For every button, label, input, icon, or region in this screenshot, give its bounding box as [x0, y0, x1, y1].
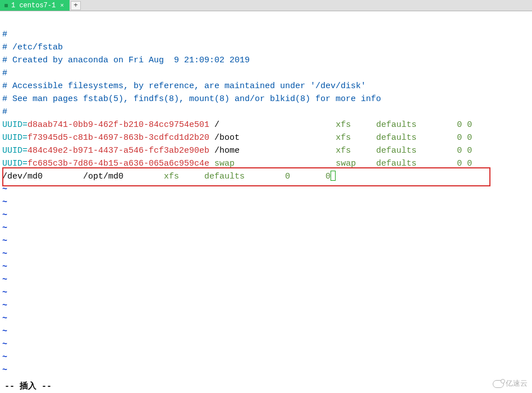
vim-tilde: ~	[0, 196, 532, 209]
swap-label: swap	[214, 159, 235, 168]
dump-pass: 0 0	[457, 159, 472, 168]
mount-options: defaults	[376, 120, 457, 130]
comment-line: #	[0, 106, 532, 118]
terminal[interactable]: # # /etc/fstab # Created by anaconda on …	[0, 11, 532, 393]
mount-point	[209, 159, 214, 168]
uuid-value: f73945d5-c81b-4697-863b-3cdfcd1d2b20	[27, 133, 209, 143]
pass-num: 0	[325, 172, 331, 181]
mount-point: /home	[209, 146, 336, 156]
mount-point: /boot	[209, 133, 336, 143]
vim-tilde: ~	[0, 273, 532, 286]
mount-point: /	[209, 120, 336, 130]
mount-options: defaults	[204, 172, 285, 181]
vim-tilde: ~	[0, 248, 532, 261]
mount-options: defaults	[376, 146, 457, 156]
add-tab-button[interactable]: +	[71, 1, 81, 10]
uuid-value: d8aab741-0bb9-462f-b210-84cc9754e501	[27, 120, 209, 130]
watermark-text: 亿速云	[506, 377, 528, 390]
vim-tilde: ~	[0, 209, 532, 222]
uuid-key: UUID=	[2, 133, 27, 143]
vim-tilde: ~	[0, 183, 532, 196]
vim-mode-status: -- 插入 --	[2, 380, 52, 393]
vim-tilde: ~	[0, 351, 532, 364]
comment-line: #	[0, 28, 532, 41]
fs-type: xfs	[336, 133, 376, 143]
dump-num: 0	[285, 172, 325, 181]
uuid-key: UUID=	[2, 120, 27, 130]
vim-tilde: ~	[0, 299, 532, 312]
fstab-new-entry: /dev/md0 /opt/md0 xfs defaults 0 0	[0, 170, 532, 183]
tab-indicator-icon	[4, 4, 8, 7]
comment-line: # /etc/fstab	[0, 41, 532, 54]
tab-title: 1 centos7-1	[11, 2, 56, 10]
fs-type: swap	[336, 159, 376, 168]
uuid-value: fc685c3b-7d86-4b15-a636-065a6c959c4e	[27, 159, 209, 168]
fstab-entry: UUID=f73945d5-c81b-4697-863b-3cdfcd1d2b2…	[0, 131, 532, 144]
dump-pass: 0 0	[457, 133, 472, 143]
cursor-icon	[331, 171, 336, 181]
uuid-value: 484c49e2-b971-4437-a546-fcf3ab2e90eb	[27, 146, 209, 156]
fstab-entry: UUID=484c49e2-b971-4437-a546-fcf3ab2e90e…	[0, 144, 532, 157]
device-path: /dev/md0 /opt/md0	[2, 172, 164, 181]
fstab-entry: UUID=fc685c3b-7d86-4b15-a636-065a6c959c4…	[0, 157, 532, 170]
vim-tilde: ~	[0, 235, 532, 248]
comment-line: # See man pages fstab(5), findfs(8), mou…	[0, 93, 532, 106]
uuid-key: UUID=	[2, 146, 27, 156]
vim-tilde: ~	[0, 338, 532, 351]
watermark-icon	[493, 380, 504, 388]
close-icon[interactable]: ×	[59, 2, 65, 9]
comment-line: # Created by anaconda on Fri Aug 9 21:09…	[0, 54, 532, 67]
fs-type: xfs	[336, 146, 376, 156]
dump-pass: 0 0	[457, 120, 472, 130]
fstab-entry: UUID=d8aab741-0bb9-462f-b210-84cc9754e50…	[0, 118, 532, 131]
fs-type: xfs	[336, 120, 376, 130]
comment-line: # Accessible filesystems, by reference, …	[0, 80, 532, 93]
vim-tilde: ~	[0, 364, 532, 377]
comment-line: #	[0, 67, 532, 80]
mount-options: defaults	[376, 133, 457, 143]
uuid-key: UUID=	[2, 159, 27, 168]
tab-active[interactable]: 1 centos7-1 ×	[0, 0, 70, 11]
dump-pass: 0 0	[457, 146, 472, 156]
vim-tilde: ~	[0, 261, 532, 273]
vim-tilde: ~	[0, 325, 532, 338]
watermark: 亿速云	[493, 377, 528, 390]
fs-type: xfs	[164, 172, 204, 181]
vim-tilde: ~	[0, 222, 532, 235]
vim-tilde: ~	[0, 312, 532, 325]
tab-bar: 1 centos7-1 × +	[0, 0, 532, 11]
mount-options: defaults	[376, 159, 457, 168]
vim-tilde: ~	[0, 286, 532, 299]
